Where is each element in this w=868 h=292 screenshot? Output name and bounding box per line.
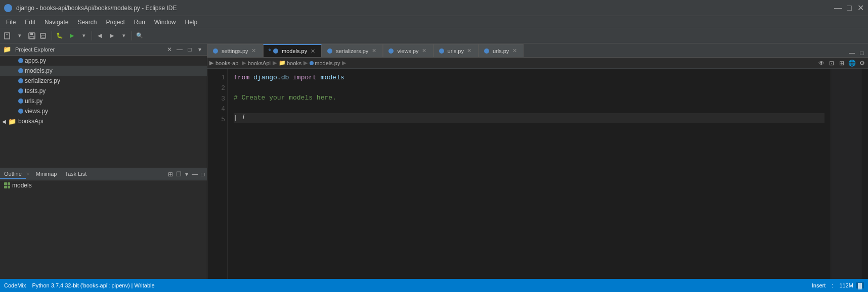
tab-views[interactable]: views.py ✕ — [383, 44, 433, 57]
py-icon — [18, 99, 23, 104]
toolbar-sep-3 — [132, 31, 132, 40]
outline-panel-btn-1[interactable]: ⊞ — [166, 170, 175, 178]
memory-usage: 112M ▓ — [839, 282, 864, 288]
line-num-3: 3 — [209, 94, 225, 105]
tab-outline[interactable]: Outline — [0, 170, 26, 179]
toggle-btn[interactable]: ⊡ — [828, 59, 836, 67]
editor-toolbar: ▶ books-api ▶ booksApi ▶ 📁books ▶ models… — [207, 58, 868, 69]
tab-close-btn[interactable]: ✕ — [511, 47, 518, 55]
run-button[interactable]: ▶ — [66, 30, 77, 41]
breadcrumb-booksapi[interactable]: booksApi — [248, 60, 271, 66]
tree-item-booksapi[interactable]: ◀ 📁 booksApi — [0, 116, 207, 126]
save-button[interactable] — [26, 30, 37, 41]
minimize-button[interactable]: — — [835, 5, 842, 12]
tab-label: settings.py — [222, 48, 248, 54]
browser-btn[interactable]: 🌐 — [848, 59, 856, 67]
tab-tasklist[interactable]: Task List — [61, 170, 91, 179]
search-toolbar-button[interactable]: 🔍 — [134, 30, 145, 41]
close-button[interactable]: ✕ — [857, 5, 864, 12]
outline-close-icon: ✕ — [26, 171, 30, 177]
module-icon — [4, 182, 10, 188]
window-controls: — □ ✕ — [835, 5, 864, 12]
menu-help[interactable]: Help — [181, 18, 202, 27]
py-icon — [310, 61, 314, 65]
tab-close-btn[interactable]: ✕ — [370, 47, 377, 55]
outline-panel-btn-2[interactable]: ❐ — [175, 170, 183, 178]
file-label: serializers.py — [25, 77, 60, 84]
line-num-5: 5 — [209, 115, 225, 125]
view-menu-btn[interactable]: ▾ — [196, 45, 204, 54]
settings-btn[interactable]: ⚙ — [858, 59, 866, 67]
line-num-4: 4 — [209, 104, 225, 115]
outline-panel-btn-3[interactable]: ▾ — [183, 170, 191, 178]
editor-area: settings.py ✕ * models.py ✕ serializers.… — [207, 43, 868, 279]
new-button[interactable] — [2, 30, 13, 41]
cursor-text-indicator: I — [242, 113, 245, 123]
breadcrumb-books[interactable]: 📁books — [279, 60, 301, 66]
tab-bar: settings.py ✕ * models.py ✕ serializers.… — [207, 43, 868, 58]
menu-project[interactable]: Project — [102, 18, 128, 27]
breadcrumb-models-py[interactable]: models.py — [310, 60, 340, 66]
tree-item-views[interactable]: views.py — [0, 106, 207, 116]
tree-item-apps[interactable]: apps.py — [0, 56, 207, 66]
forward-dropdown[interactable]: ▾ — [118, 30, 129, 41]
tab-close-btn[interactable]: ✕ — [309, 47, 316, 55]
tab-minimap[interactable]: Minimap — [32, 170, 61, 179]
tab-close-btn[interactable]: ✕ — [250, 47, 257, 55]
new-dropdown[interactable]: ▾ — [14, 30, 25, 41]
tree-item-tests[interactable]: tests.py — [0, 86, 207, 96]
menu-run[interactable]: Run — [130, 18, 149, 27]
py-icon — [18, 78, 23, 83]
outline-item-models[interactable]: models — [0, 180, 207, 190]
title-bar: django - books-api/booksApi/books/models… — [0, 0, 868, 16]
minimize-panel-btn[interactable]: — — [176, 45, 184, 54]
code-line-3: # Create your models here. — [234, 93, 824, 103]
line-num-1: 1 — [209, 73, 225, 83]
tab-settings[interactable]: settings.py ✕ — [207, 44, 263, 57]
memory-icon[interactable]: ▓ — [856, 282, 864, 288]
code-line-5: | I — [234, 113, 824, 123]
tab-serializers[interactable]: serializers.py ✕ — [322, 44, 383, 57]
tab-close-btn[interactable]: ✕ — [466, 47, 473, 55]
menu-bar: File Edit Navigate Search Project Run Wi… — [0, 16, 868, 28]
menu-file[interactable]: File — [2, 18, 20, 27]
tab-close-btn[interactable]: ✕ — [421, 47, 428, 55]
editor-maximize-btn[interactable]: □ — [858, 49, 866, 57]
run-dropdown[interactable]: ▾ — [78, 30, 90, 41]
outline-panel-btn-4[interactable]: — — [191, 170, 199, 178]
tab-label: models.py — [282, 48, 307, 54]
breadcrumb: ▶ books-api ▶ booksApi ▶ 📁books ▶ models… — [209, 58, 346, 69]
breadcrumb-books-api[interactable]: books-api — [215, 60, 240, 66]
eye-icon[interactable]: 👁 — [817, 59, 826, 67]
tree-item-serializers[interactable]: serializers.py — [0, 76, 207, 86]
save-all-button[interactable] — [38, 30, 50, 41]
tab-models[interactable]: * models.py ✕ — [263, 44, 322, 57]
code-area[interactable]: from django.db import models # Create yo… — [228, 69, 831, 279]
scrollbar-area[interactable] — [861, 69, 868, 279]
tab-urls2[interactable]: urls.py ✕ — [479, 44, 524, 57]
status-bar: CodeMix Python 3.7.4 32-bit ('books-api'… — [0, 279, 868, 292]
py-icon — [18, 58, 23, 63]
menu-edit[interactable]: Edit — [21, 18, 39, 27]
insert-mode: Insert — [812, 282, 826, 288]
editor-minimize-btn[interactable]: — — [848, 49, 856, 57]
line-num-2: 2 — [209, 83, 225, 94]
codemix-label: CodeMix — [4, 282, 26, 288]
debug-button[interactable]: 🐛 — [54, 30, 65, 41]
maximize-button[interactable]: □ — [846, 5, 853, 12]
forward-button[interactable]: ▶ — [106, 30, 117, 41]
maximize-panel-btn[interactable]: □ — [186, 45, 194, 54]
code-line-4 — [234, 103, 824, 113]
menu-search[interactable]: Search — [73, 18, 101, 27]
py-file-icon — [327, 48, 332, 54]
tree-item-models[interactable]: models.py — [0, 66, 207, 76]
menu-window[interactable]: Window — [150, 18, 180, 27]
tree-item-urls[interactable]: urls.py — [0, 96, 207, 106]
close-panel-btn[interactable]: ✕ — [165, 45, 173, 54]
more-btn1[interactable]: ⊞ — [838, 59, 846, 67]
back-button[interactable]: ◀ — [94, 30, 105, 41]
project-explorer-title: Project Explorer — [15, 46, 163, 53]
outline-panel-btn-5[interactable]: □ — [199, 170, 207, 178]
tab-urls1[interactable]: urls.py ✕ — [433, 44, 479, 57]
menu-navigate[interactable]: Navigate — [40, 18, 72, 27]
